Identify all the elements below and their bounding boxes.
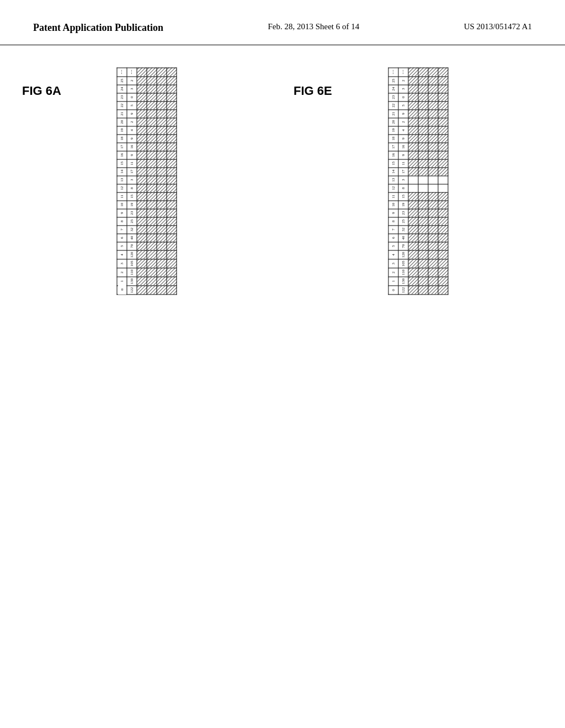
figure-6a-table: 0 1 2 3 4 5 6 7 8 9 10 11 12 [22, 107, 271, 258]
table-row [408, 68, 418, 295]
table-row [438, 68, 448, 295]
page-header: Patent Application Publication Feb. 28, … [0, 0, 565, 45]
table-row: 122 130 110 105 120 70 40 32 25 23 19 15 [398, 68, 408, 295]
grid-6e: 0 1 2 3 4 5 6 7 8 9 10 11 12 [388, 68, 449, 295]
main-content: FIG 6A 0 1 2 3 4 5 [0, 51, 565, 291]
figure-6e-table: 0 1 2 3 4 5 6 7 8 9 10 11 12 [294, 107, 543, 258]
table-row: 0 1 2 3 4 5 6 7 8 9 10 11 12 [117, 68, 127, 295]
table-row: 122 130 110 105 120 70 40 32 25 23 19 15 [127, 68, 137, 295]
table-row [157, 68, 167, 295]
publication-date-sheet: Feb. 28, 2013 Sheet 6 of 14 [268, 22, 359, 31]
figure-6a-label: FIG 6A [22, 84, 61, 98]
figure-6e-label: FIG 6E [294, 84, 332, 98]
figure-6e: FIG 6E 0 1 2 3 4 5 6 7 8 [294, 84, 543, 258]
table-row [167, 68, 177, 295]
table-row [428, 68, 438, 295]
table-row [137, 68, 147, 295]
table-row: 0 1 2 3 4 5 6 7 8 9 10 11 12 [388, 68, 398, 295]
table-row [418, 68, 428, 295]
publication-title: Patent Application Publication [33, 22, 163, 34]
figure-6a: FIG 6A 0 1 2 3 4 5 [22, 84, 271, 258]
grid-6a: 0 1 2 3 4 5 6 7 8 9 10 11 12 [117, 68, 177, 295]
table-row [147, 68, 157, 295]
publication-number: US 2013/051472 A1 [464, 22, 532, 31]
